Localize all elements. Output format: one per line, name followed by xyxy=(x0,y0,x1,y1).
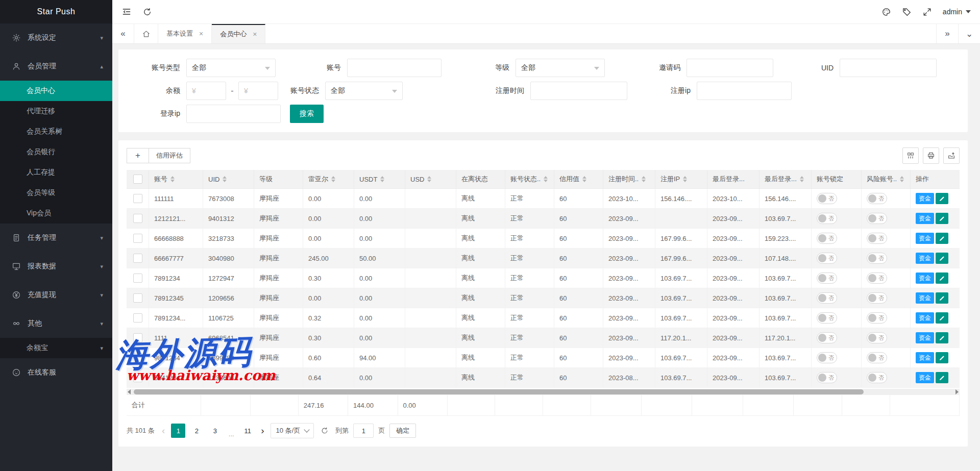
tabs-scroll-left-icon[interactable]: « xyxy=(112,24,134,43)
sort-asc-icon[interactable] xyxy=(331,176,335,179)
fund-button[interactable]: 资金 xyxy=(916,253,934,264)
scrollbar-thumb[interactable] xyxy=(134,389,864,394)
sort-desc-icon[interactable] xyxy=(582,180,586,182)
add-member-button[interactable]: + xyxy=(127,148,149,163)
risk-toggle[interactable]: 否 xyxy=(867,213,887,224)
edit-button[interactable] xyxy=(936,312,948,324)
sidebar-item-2[interactable]: 任务管理▾ xyxy=(0,224,112,252)
sort-icon[interactable] xyxy=(900,176,904,182)
sort-icon[interactable] xyxy=(170,176,175,182)
tab-0[interactable]: 基本设置× xyxy=(158,24,212,43)
sort-desc-icon[interactable] xyxy=(683,180,687,182)
column-header-usdt[interactable]: USDT xyxy=(354,170,405,188)
edit-button[interactable] xyxy=(936,372,948,383)
edit-button[interactable] xyxy=(936,253,948,264)
lock-toggle[interactable]: 否 xyxy=(817,233,837,244)
uid-input[interactable] xyxy=(840,59,937,77)
edit-button[interactable] xyxy=(936,292,948,304)
risk-toggle[interactable]: 否 xyxy=(867,332,887,343)
close-tab-icon[interactable]: × xyxy=(199,30,203,38)
page-button-11[interactable]: 11 xyxy=(240,424,255,438)
risk-toggle[interactable]: 否 xyxy=(867,272,887,284)
page-button-2[interactable]: 2 xyxy=(189,424,204,438)
level-select[interactable]: 全部 xyxy=(516,59,605,77)
lock-toggle[interactable]: 否 xyxy=(817,213,837,224)
sort-icon[interactable] xyxy=(642,176,646,182)
risk-toggle[interactable]: 否 xyxy=(867,233,887,244)
sort-asc-icon[interactable] xyxy=(544,176,548,179)
sidebar-item-1[interactable]: 会员管理▴ xyxy=(0,52,112,81)
sort-asc-icon[interactable] xyxy=(900,176,904,179)
sort-asc-icon[interactable] xyxy=(380,176,384,179)
column-header-risk[interactable]: 风险账号.. xyxy=(862,170,911,188)
sidebar-item-5[interactable]: 其他▾ xyxy=(0,309,112,338)
sidebar-item-0[interactable]: 系统设定▾ xyxy=(0,23,112,52)
fund-button[interactable]: 资金 xyxy=(916,372,934,383)
close-tab-icon[interactable]: × xyxy=(253,30,257,38)
sort-asc-icon[interactable] xyxy=(582,176,586,179)
search-button[interactable]: 搜索 xyxy=(290,105,324,123)
sidebar-item-6[interactable]: 在线客服 xyxy=(0,358,112,387)
row-checkbox[interactable] xyxy=(133,254,142,263)
sort-desc-icon[interactable] xyxy=(544,180,548,182)
tag-icon[interactable] xyxy=(897,0,917,23)
row-checkbox[interactable] xyxy=(133,274,142,283)
sort-icon[interactable] xyxy=(582,176,586,182)
select-all-checkbox[interactable] xyxy=(133,175,142,184)
risk-toggle[interactable]: 否 xyxy=(867,292,887,304)
row-checkbox[interactable] xyxy=(133,313,142,323)
lock-toggle[interactable]: 否 xyxy=(817,253,837,264)
row-checkbox[interactable] xyxy=(133,234,142,243)
fund-button[interactable]: 资金 xyxy=(916,352,934,363)
collapse-menu-icon[interactable] xyxy=(116,0,137,23)
edit-button[interactable] xyxy=(936,332,948,343)
sort-desc-icon[interactable] xyxy=(900,180,904,182)
fund-button[interactable]: 资金 xyxy=(916,272,934,284)
sort-asc-icon[interactable] xyxy=(223,176,227,179)
columns-filter-icon[interactable] xyxy=(902,147,919,164)
fund-button[interactable]: 资金 xyxy=(916,213,934,224)
account-type-select[interactable]: 全部 xyxy=(186,59,276,77)
goto-page-input[interactable] xyxy=(353,424,374,438)
account-status-select[interactable]: 全部 xyxy=(325,82,403,100)
fund-button[interactable]: 资金 xyxy=(916,233,934,244)
edit-button[interactable] xyxy=(936,193,948,204)
column-header-real[interactable]: 雷亚尔 xyxy=(303,170,354,188)
sort-asc-icon[interactable] xyxy=(642,176,646,179)
sidebar-subitem-5-0[interactable]: 余额宝▾ xyxy=(0,338,112,358)
sort-desc-icon[interactable] xyxy=(642,180,646,182)
risk-toggle[interactable]: 否 xyxy=(867,372,887,383)
sort-asc-icon[interactable] xyxy=(800,176,804,179)
lock-toggle[interactable]: 否 xyxy=(817,372,837,383)
lock-toggle[interactable]: 否 xyxy=(817,312,837,324)
edit-button[interactable] xyxy=(936,352,948,363)
prev-page-button[interactable]: ‹ xyxy=(160,424,166,437)
sort-icon[interactable] xyxy=(223,176,227,182)
row-checkbox[interactable] xyxy=(133,214,142,223)
scroll-right-arrow-icon[interactable] xyxy=(955,389,959,394)
balance-max-input[interactable] xyxy=(238,82,278,100)
risk-toggle[interactable]: 否 xyxy=(867,352,887,363)
invite-code-input[interactable] xyxy=(687,59,773,77)
sidebar-subitem-1-3[interactable]: 会员银行 xyxy=(0,142,112,162)
sort-icon[interactable] xyxy=(683,176,687,182)
lock-toggle[interactable]: 否 xyxy=(817,193,837,204)
sort-desc-icon[interactable] xyxy=(223,180,227,182)
refresh-page-icon[interactable] xyxy=(137,0,157,23)
lock-toggle[interactable]: 否 xyxy=(817,332,837,343)
fund-button[interactable]: 资金 xyxy=(916,312,934,324)
sort-icon[interactable] xyxy=(380,176,384,182)
page-size-select[interactable]: 10 条/页 xyxy=(271,423,314,438)
sort-icon[interactable] xyxy=(331,176,335,182)
register-time-input[interactable] xyxy=(530,82,627,100)
edit-button[interactable] xyxy=(936,272,948,284)
account-input[interactable] xyxy=(347,59,442,77)
risk-toggle[interactable]: 否 xyxy=(867,253,887,264)
sort-icon[interactable] xyxy=(427,176,431,182)
column-header-reg_ip[interactable]: 注册IP xyxy=(655,170,707,188)
login-ip-input[interactable] xyxy=(186,105,281,123)
lock-toggle[interactable]: 否 xyxy=(817,272,837,284)
sort-desc-icon[interactable] xyxy=(800,180,804,182)
column-header-reg_time[interactable]: 注册时间.. xyxy=(603,170,655,188)
balance-min-input[interactable] xyxy=(186,82,226,100)
